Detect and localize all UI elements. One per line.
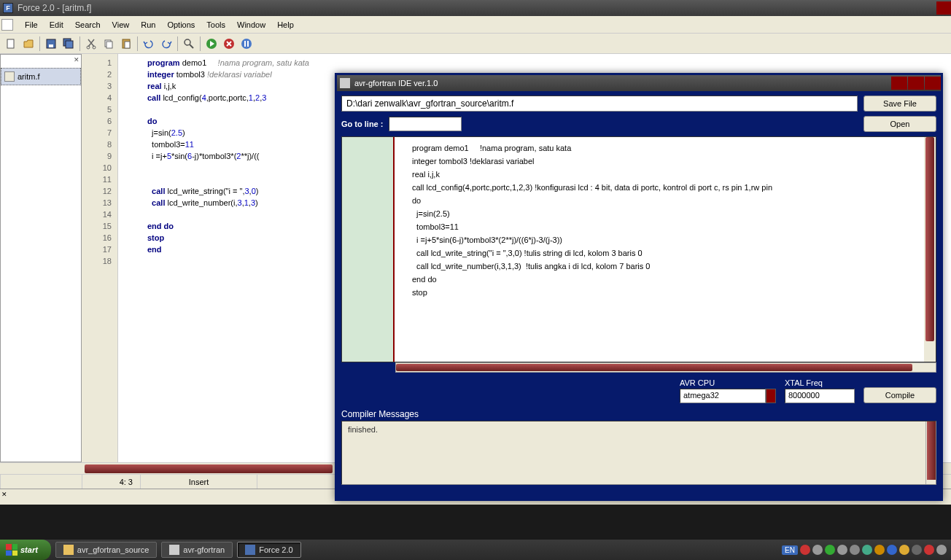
file-icon [4, 71, 15, 82]
avr-cpu-select[interactable]: atmega32 [680, 389, 766, 403]
msgs-vscrollbar[interactable] [925, 421, 936, 484]
svg-rect-18 [244, 41, 246, 47]
avr-icon [169, 545, 179, 555]
redo-button[interactable] [158, 36, 174, 52]
menu-run[interactable]: Run [135, 18, 161, 32]
copy-button[interactable] [101, 36, 117, 52]
menubar: File Edit Search View Run Options Tools … [0, 16, 951, 34]
folder-icon [63, 545, 74, 555]
paste-button[interactable] [118, 36, 134, 52]
menu-options[interactable]: Options [161, 18, 201, 32]
toolbar [0, 34, 951, 54]
tray-icon[interactable] [812, 545, 823, 555]
taskbar: start avr_gfortran_source avr-gfortran F… [0, 540, 951, 560]
svg-rect-8 [106, 42, 112, 48]
svg-line-12 [190, 44, 193, 48]
tray-icon[interactable] [936, 545, 947, 555]
avr-vscrollbar[interactable] [924, 137, 936, 362]
avr-app-icon [340, 78, 350, 88]
menu-search[interactable]: Search [69, 18, 106, 32]
tray-icon[interactable] [874, 545, 885, 555]
xtal-freq-input[interactable]: 8000000 [785, 389, 855, 403]
tray-icon[interactable] [837, 545, 847, 555]
svg-rect-10 [125, 42, 130, 48]
avr-title: avr-gfortran IDE ver.1.0 [354, 79, 438, 88]
find-button[interactable] [181, 36, 197, 52]
avr-window-controls [890, 77, 941, 90]
svg-rect-2 [49, 44, 53, 47]
avr-code-area[interactable]: program demo1 !nama program, satu katain… [395, 137, 924, 362]
menu-edit[interactable]: Edit [44, 18, 69, 32]
save-button[interactable] [43, 36, 59, 52]
mdi-icon[interactable] [1, 19, 13, 31]
avr-minimize-button[interactable] [891, 77, 907, 90]
force-app-icon: F [3, 3, 13, 13]
tray-icon[interactable] [887, 545, 897, 555]
cut-button[interactable] [83, 36, 99, 52]
minimize-button[interactable] [936, 1, 951, 15]
file-name: aritm.f [18, 72, 40, 81]
file-tree-item[interactable]: aritm.f [1, 68, 81, 85]
close-output-icon[interactable]: ✕ [1, 491, 7, 498]
avr-vscroll-thumb[interactable] [925, 137, 934, 341]
tray-icon[interactable] [912, 545, 922, 555]
svg-rect-19 [247, 41, 249, 47]
tray-icon[interactable] [850, 545, 860, 555]
menu-window[interactable]: Window [231, 18, 271, 32]
avr-maximize-button[interactable] [908, 77, 924, 90]
avr-gutter [342, 137, 395, 362]
taskbar-item-folder[interactable]: avr_gfortran_source [55, 542, 157, 558]
stop-button[interactable] [221, 36, 237, 52]
file-tree-panel: ✕ aritm.f [0, 54, 82, 462]
save-all-button[interactable] [61, 36, 77, 52]
desktop-background-strip [0, 505, 951, 540]
open-button[interactable]: Open [863, 116, 936, 132]
tray-icon[interactable] [924, 545, 934, 555]
avr-body: D:\dari zenwalk\avr_gfortran_source\arit… [337, 91, 941, 489]
force-icon [245, 545, 255, 555]
svg-rect-0 [7, 39, 14, 48]
open-file-button[interactable] [20, 36, 36, 52]
compiler-messages-panel: finished. [341, 421, 936, 485]
avr-cpu-dropdown-icon[interactable] [766, 389, 776, 403]
undo-button[interactable] [141, 36, 157, 52]
goto-line-input[interactable] [389, 117, 462, 131]
taskbar-item-avr[interactable]: avr-gfortran [161, 542, 233, 558]
system-tray: EN [782, 545, 951, 555]
avr-gfortran-window: avr-gfortran IDE ver.1.0 D:\dari zenwalk… [335, 73, 943, 501]
svg-rect-4 [66, 41, 73, 48]
avr-titlebar[interactable]: avr-gfortran IDE ver.1.0 [337, 75, 941, 91]
tray-icon[interactable] [800, 545, 810, 555]
menu-file[interactable]: File [19, 18, 44, 32]
close-panel-icon[interactable]: ✕ [74, 56, 79, 63]
avr-close-button[interactable] [925, 77, 941, 90]
svg-point-17 [241, 39, 252, 49]
save-file-button[interactable]: Save File [863, 96, 936, 112]
pause-button[interactable] [238, 36, 255, 52]
force-title: Force 2.0 - [aritm.f] [18, 3, 91, 13]
language-indicator[interactable]: EN [782, 545, 798, 555]
hscroll-thumb[interactable] [85, 464, 333, 473]
compiler-message-text: finished. [348, 425, 378, 434]
editor-mode: Insert [140, 475, 257, 489]
tray-icon[interactable] [899, 545, 909, 555]
tray-icon[interactable] [825, 545, 835, 555]
goto-line-label: Go to line : [341, 120, 383, 128]
menu-help[interactable]: Help [271, 18, 300, 32]
menu-tools[interactable]: Tools [201, 18, 231, 32]
run-button[interactable] [203, 36, 220, 52]
force-titlebar[interactable]: F Force 2.0 - [aritm.f] [0, 0, 951, 16]
file-path-input[interactable]: D:\dari zenwalk\avr_gfortran_source\arit… [341, 96, 858, 112]
avr-hscrollbar[interactable] [341, 362, 936, 373]
avr-hscroll-thumb[interactable] [396, 364, 912, 371]
compile-button[interactable]: Compile [863, 387, 936, 403]
taskbar-item-force[interactable]: Force 2.0 [237, 542, 300, 558]
start-button[interactable]: start [0, 540, 51, 560]
avr-cpu-label: AVR CPU [680, 378, 776, 387]
line-number-gutter: 123456789101112131415161718 [82, 54, 118, 462]
compiler-messages-label: Compiler Messages [341, 409, 936, 419]
tray-icon[interactable] [862, 545, 872, 555]
cursor-position: 4: 3 [82, 475, 140, 489]
menu-view[interactable]: View [106, 18, 136, 32]
new-file-button[interactable] [3, 36, 19, 52]
